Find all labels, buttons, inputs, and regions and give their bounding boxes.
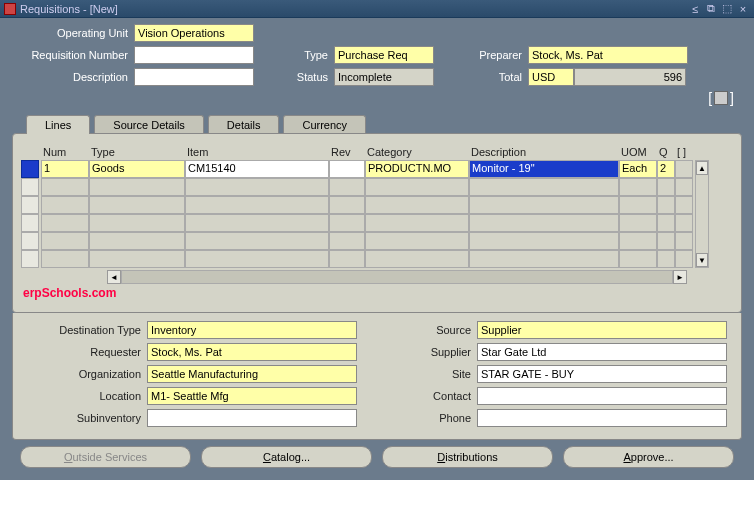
col-item: Item xyxy=(185,144,329,160)
status-label: Status xyxy=(274,71,334,83)
col-category: Category xyxy=(365,144,469,160)
org-label: Organization xyxy=(27,368,147,380)
table-row[interactable]: 1 Goods CM15140 PRODUCTN.MO Monitor - 19… xyxy=(21,160,693,178)
restore-button[interactable]: ⧉ xyxy=(704,2,718,16)
dest-type-field[interactable] xyxy=(147,321,357,339)
preparer-label: Preparer xyxy=(458,49,528,61)
table-row-empty[interactable] xyxy=(21,178,693,196)
description-label: Description xyxy=(8,71,134,83)
description-field[interactable] xyxy=(134,68,254,86)
scroll-left-icon[interactable]: ◄ xyxy=(107,270,121,284)
org-field[interactable] xyxy=(147,365,357,383)
col-num: Num xyxy=(41,144,89,160)
lines-panel: erpSchools.com Num Type Item Rev Categor… xyxy=(12,133,742,313)
table-row-empty[interactable] xyxy=(21,214,693,232)
horizontal-scrollbar[interactable]: ◄ ► xyxy=(107,270,687,284)
header-checkbox[interactable] xyxy=(714,91,728,105)
dest-type-label: Destination Type xyxy=(27,324,147,336)
operating-unit-field[interactable] xyxy=(134,24,254,42)
button-bar: Outside Services Catalog... Distribution… xyxy=(8,440,746,474)
type-field[interactable] xyxy=(334,46,434,64)
detail-section: Destination Type Requester Organization … xyxy=(12,313,742,440)
location-label: Location xyxy=(27,390,147,402)
catalog-button[interactable]: Catalog... xyxy=(201,446,372,468)
row-selector[interactable] xyxy=(21,160,39,178)
total-currency-field[interactable] xyxy=(528,68,574,86)
col-uom: UOM xyxy=(619,144,657,160)
requester-field[interactable] xyxy=(147,343,357,361)
cell-description[interactable]: Monitor - 19" xyxy=(469,160,619,178)
col-type: Type xyxy=(89,144,185,160)
site-label: Site xyxy=(397,368,477,380)
window-title: Requisitions - [New] xyxy=(20,3,686,15)
distributions-button[interactable]: Distributions xyxy=(382,446,553,468)
phone-field[interactable] xyxy=(477,409,727,427)
supplier-label: Supplier xyxy=(397,346,477,358)
cell-item[interactable]: CM15140 xyxy=(185,160,329,178)
tab-source-details[interactable]: Source Details xyxy=(94,115,204,134)
maximize-button[interactable]: ⬚ xyxy=(720,2,734,16)
cell-quantity[interactable]: 2 xyxy=(657,160,675,178)
cell-uom[interactable]: Each xyxy=(619,160,657,178)
cell-rev[interactable] xyxy=(329,160,365,178)
cell-category[interactable]: PRODUCTN.MO xyxy=(365,160,469,178)
col-quantity: Q xyxy=(657,144,675,160)
tab-bar: Lines Source Details Details Currency xyxy=(8,114,746,133)
cell-type[interactable]: Goods xyxy=(89,160,185,178)
tab-details[interactable]: Details xyxy=(208,115,280,134)
watermark: erpSchools.com xyxy=(23,286,116,300)
type-label: Type xyxy=(274,49,334,61)
total-amount-field xyxy=(574,68,686,86)
vertical-scrollbar[interactable]: ▲ ▼ xyxy=(695,160,709,268)
scroll-down-icon[interactable]: ▼ xyxy=(696,253,708,267)
contact-label: Contact xyxy=(397,390,477,402)
location-field[interactable] xyxy=(147,387,357,405)
phone-label: Phone xyxy=(397,412,477,424)
subinv-field[interactable] xyxy=(147,409,357,427)
outside-services-button: Outside Services xyxy=(20,446,191,468)
req-number-label: Requisition Number xyxy=(8,49,134,61)
col-rev: Rev xyxy=(329,144,365,160)
table-row-empty[interactable] xyxy=(21,196,693,214)
status-field xyxy=(334,68,434,86)
req-number-field[interactable] xyxy=(134,46,254,64)
approve-button[interactable]: Approve... xyxy=(563,446,734,468)
subinv-label: Subinventory xyxy=(27,412,147,424)
col-bracket: [ ] xyxy=(675,144,699,160)
requester-label: Requester xyxy=(27,346,147,358)
app-icon xyxy=(4,3,16,15)
table-row-empty[interactable] xyxy=(21,232,693,250)
close-button[interactable]: × xyxy=(736,2,750,16)
table-row-empty[interactable] xyxy=(21,250,693,268)
bracket-left: [ xyxy=(706,90,714,106)
cell-bracket[interactable] xyxy=(675,160,693,178)
titlebar: Requisitions - [New] ≤ ⧉ ⬚ × xyxy=(0,0,754,18)
minimize-button[interactable]: ≤ xyxy=(688,2,702,16)
tab-lines[interactable]: Lines xyxy=(26,115,90,134)
bracket-right: ] xyxy=(728,90,736,106)
source-label: Source xyxy=(397,324,477,336)
header-form: Operating Unit Requisition Number Type P… xyxy=(0,18,754,480)
total-label: Total xyxy=(458,71,528,83)
operating-unit-label: Operating Unit xyxy=(8,27,134,39)
site-field[interactable] xyxy=(477,365,727,383)
scroll-up-icon[interactable]: ▲ xyxy=(696,161,708,175)
supplier-field[interactable] xyxy=(477,343,727,361)
contact-field[interactable] xyxy=(477,387,727,405)
preparer-field[interactable] xyxy=(528,46,688,64)
source-field[interactable] xyxy=(477,321,727,339)
col-description: Description xyxy=(469,144,619,160)
scroll-right-icon[interactable]: ► xyxy=(673,270,687,284)
tab-currency[interactable]: Currency xyxy=(283,115,366,134)
cell-num[interactable]: 1 xyxy=(41,160,89,178)
